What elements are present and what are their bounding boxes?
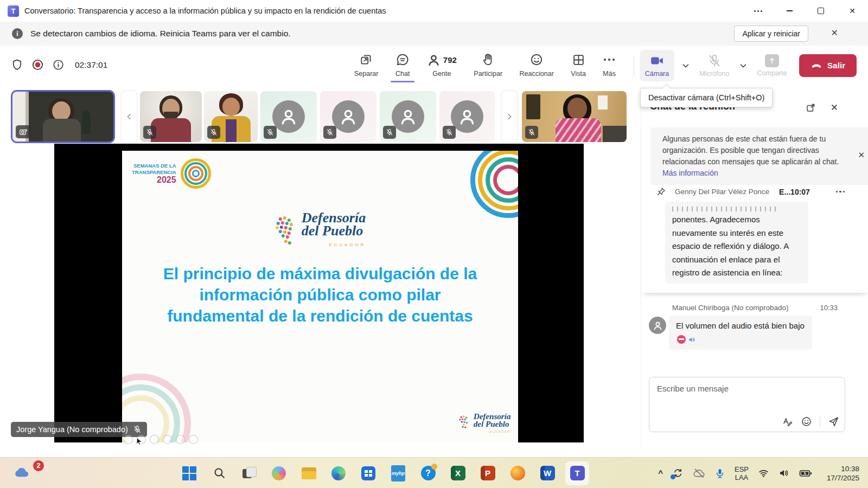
video-tile-participant[interactable] <box>140 91 202 142</box>
microsoft-store-icon[interactable] <box>360 465 376 481</box>
clipped-text-line <box>672 207 778 211</box>
microphone-tray-icon[interactable] <box>714 468 725 479</box>
avatar-tile[interactable] <box>380 91 436 142</box>
apply-restart-button[interactable]: Aplicar y reiniciar <box>734 25 808 42</box>
active-tab-indicator <box>391 81 414 82</box>
titlebar-more-button[interactable] <box>742 0 774 22</box>
wifi-icon[interactable] <box>758 467 769 479</box>
chevron-right-icon <box>505 112 514 121</box>
vista-button[interactable]: Vista <box>571 52 586 78</box>
external-users-warning: Algunas personas de este chat están fuer… <box>650 127 868 185</box>
close-chat-icon[interactable]: ✕ <box>831 102 838 113</box>
teams-meeting-window: T Conversatorio: Transparencia y acceso … <box>0 0 868 488</box>
meeting-info-icon[interactable] <box>52 59 65 71</box>
no-entry-icon <box>677 335 686 344</box>
more-info-link[interactable]: Más información <box>662 169 718 177</box>
copilot-icon[interactable] <box>271 465 287 481</box>
reaccionar-button[interactable]: Reaccionar <box>520 52 554 78</box>
chevron-left-icon <box>124 112 134 121</box>
share-button[interactable]: Comparte <box>755 50 789 81</box>
camera-button[interactable]: Cámara <box>640 50 674 81</box>
avatar-tile[interactable] <box>320 91 376 142</box>
onedrive-paused-icon[interactable] <box>693 467 705 479</box>
firefox-icon[interactable] <box>509 465 526 481</box>
tray-overflow-icon[interactable]: ^ <box>658 468 663 478</box>
search-icon[interactable] <box>211 465 227 481</box>
chat-bubble-icon <box>395 52 410 67</box>
mic-muted-badge <box>383 126 396 139</box>
message-options-icon[interactable] <box>836 191 845 193</box>
title-bar: T Conversatorio: Transparencia y acceso … <box>0 0 868 22</box>
leave-button[interactable]: Salir <box>799 54 857 77</box>
defensoria-logo: Defensoría del Pueblo ECUADOR <box>275 211 366 252</box>
weather-widget[interactable]: 2 <box>12 464 31 480</box>
slide-title: El principio de máxima divulgación de la… <box>152 263 488 326</box>
participar-button[interactable]: Participar <box>474 52 502 78</box>
recording-icon <box>31 59 44 71</box>
avatar-tile[interactable] <box>439 91 495 142</box>
hangup-phone-icon <box>810 60 822 72</box>
microphone-button[interactable]: Micrófono <box>697 50 732 81</box>
video-tile-participant[interactable] <box>204 91 258 142</box>
person-avatar-icon <box>332 100 365 133</box>
rings-logo-icon <box>181 158 211 189</box>
language-indicator[interactable]: ESPLAA <box>735 465 749 481</box>
banner-close-icon[interactable]: ✕ <box>831 28 838 38</box>
excel-icon[interactable]: X <box>450 465 466 481</box>
edge-icon[interactable] <box>330 465 347 481</box>
mic-muted-badge <box>143 126 156 139</box>
start-button[interactable] <box>181 465 197 481</box>
word-icon[interactable]: W <box>539 465 556 481</box>
filmstrip-prev-button[interactable] <box>122 91 137 142</box>
close-button[interactable]: ✕ <box>837 0 868 22</box>
mic-options-chevron-icon[interactable] <box>738 61 748 70</box>
message-sender: Manuel Chiriboga (No comprobado) <box>672 304 789 312</box>
battery-icon[interactable] <box>799 467 812 480</box>
powerpoint-icon[interactable]: P <box>480 465 496 481</box>
help-icon[interactable]: ? <box>420 465 436 481</box>
separar-button[interactable]: Separar <box>354 52 378 78</box>
gente-button[interactable]: 792 Gente <box>427 52 457 78</box>
task-view-icon[interactable] <box>241 465 257 481</box>
raise-hand-icon <box>481 52 495 67</box>
participant-count: 792 <box>443 55 457 65</box>
message-time: 10:33 <box>820 304 838 312</box>
person-avatar-icon <box>392 100 424 133</box>
meeting-timer: 02:37:01 <box>75 60 107 70</box>
toolbar-divider <box>634 55 634 76</box>
video-tile-self[interactable] <box>11 90 115 143</box>
warning-close-icon[interactable]: ✕ <box>858 149 865 160</box>
avatar-tile[interactable] <box>260 91 317 142</box>
emoji-icon[interactable] <box>801 416 812 427</box>
maximize-button[interactable] <box>805 0 837 22</box>
shield-icon <box>11 59 23 71</box>
speaker-low-icon <box>688 336 696 344</box>
mouse-cursor <box>135 437 144 446</box>
video-tile-spotlight[interactable] <box>522 91 627 142</box>
message-input[interactable]: Escribe un mensaje <box>649 377 845 432</box>
notification-badge: 2 <box>33 460 44 472</box>
camera-options-chevron-icon[interactable] <box>681 61 691 70</box>
teams-taskbar-icon[interactable]: T <box>565 461 589 485</box>
camera-switch-icon[interactable] <box>16 125 31 138</box>
mas-button[interactable]: Más <box>603 52 616 78</box>
event-logo: SEMANAS DE LA TRANSPARENCIA 2025 <box>132 158 211 189</box>
myhp-icon[interactable]: myhp <box>390 465 406 481</box>
chat-message-bubble: El volumen del audio está bien bajo <box>669 316 812 350</box>
pin-icon <box>656 187 666 197</box>
message-sender: Genny Del Pilar Vélez Ponce <box>675 188 769 196</box>
presentation-stage: SEMANAS DE LA TRANSPARENCIA 2025 <box>54 144 584 442</box>
popout-chat-icon[interactable] <box>805 102 816 113</box>
sync-icon[interactable] <box>672 467 684 479</box>
clock[interactable]: 10:3817/7/2025 <box>821 464 859 483</box>
pinned-message-bubble: ponentes. Agradecemos nuevamente su inte… <box>665 202 808 284</box>
camera-on-icon <box>650 54 664 68</box>
chat-button[interactable]: Chat <box>395 52 410 78</box>
send-icon[interactable] <box>828 416 839 427</box>
format-icon[interactable] <box>782 416 793 427</box>
file-explorer-icon[interactable] <box>301 465 317 481</box>
filmstrip-next-button[interactable] <box>502 91 517 142</box>
speaker-icon[interactable] <box>778 467 790 479</box>
minimize-button[interactable] <box>774 0 805 22</box>
window-title: Conversatorio: Transparencia y acceso a … <box>24 7 386 15</box>
